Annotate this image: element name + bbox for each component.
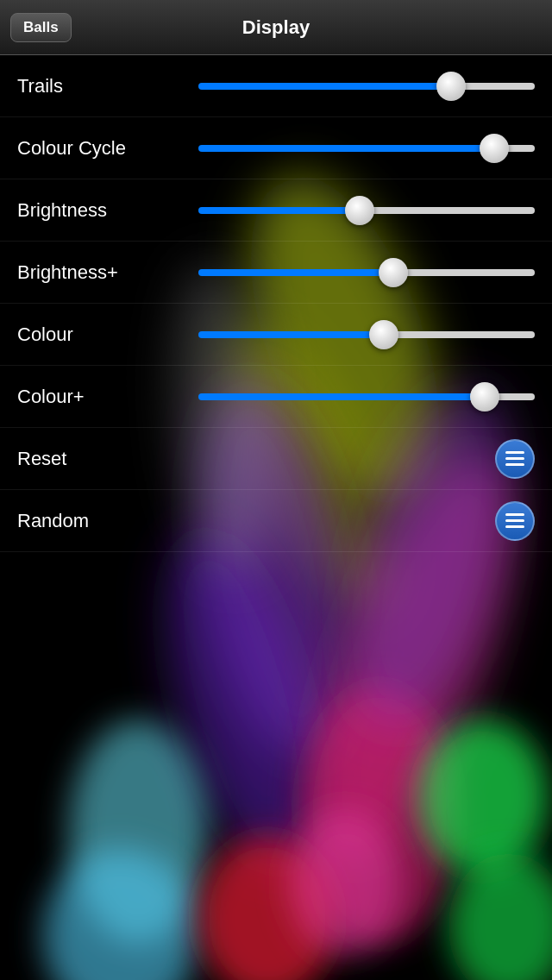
- slider-row-1: Colour Cycle: [0, 117, 552, 179]
- lines-icon-0: [505, 451, 524, 466]
- slider-container-5[interactable]: [198, 380, 535, 414]
- slider-thumb-1[interactable]: [480, 134, 509, 163]
- slider-label-4: Colour: [17, 324, 198, 346]
- slider-row-3: Brightness+: [0, 242, 552, 304]
- slider-label-3: Brightness+: [17, 261, 198, 284]
- slider-container-1[interactable]: [198, 131, 535, 166]
- slider-track-5[interactable]: [198, 393, 535, 400]
- slider-track-4[interactable]: [198, 331, 535, 338]
- slider-thumb-2[interactable]: [345, 196, 374, 225]
- slider-track-2[interactable]: [198, 207, 535, 214]
- slider-label-5: Colour+: [17, 386, 198, 408]
- slider-track-0[interactable]: [198, 83, 535, 90]
- svg-point-9: [448, 853, 552, 980]
- svg-point-8: [418, 719, 548, 875]
- slider-track-3[interactable]: [198, 269, 535, 276]
- slider-container-3[interactable]: [198, 255, 535, 290]
- slider-container-0[interactable]: [198, 69, 535, 104]
- svg-point-12: [289, 810, 401, 957]
- slider-thumb-0[interactable]: [436, 72, 466, 101]
- slider-label-2: Brightness: [17, 199, 198, 222]
- reset-button[interactable]: [495, 439, 535, 479]
- nav-bar: Balls Display: [0, 0, 552, 55]
- action-row-random: Random: [0, 490, 552, 552]
- content-area: TrailsColour CycleBrightnessBrightness+C…: [0, 55, 552, 980]
- action-label-1: Random: [17, 510, 495, 532]
- slider-container-4[interactable]: [198, 317, 535, 352]
- slider-container-2[interactable]: [198, 193, 535, 228]
- slider-row-0: Trails: [0, 55, 552, 117]
- slider-thumb-5[interactable]: [470, 382, 499, 411]
- slider-track-1[interactable]: [198, 145, 535, 152]
- slider-label-0: Trails: [17, 75, 198, 97]
- slider-thumb-3[interactable]: [379, 258, 408, 287]
- slider-label-1: Colour Cycle: [17, 137, 198, 160]
- back-button[interactable]: Balls: [10, 13, 72, 42]
- action-row-reset: Reset: [0, 428, 552, 490]
- slider-row-4: Colour: [0, 304, 552, 366]
- random-button[interactable]: [495, 501, 535, 541]
- action-label-0: Reset: [17, 448, 495, 470]
- settings-list: TrailsColour CycleBrightnessBrightness+C…: [0, 55, 552, 552]
- slider-row-5: Colour+: [0, 366, 552, 428]
- lines-icon-1: [505, 513, 524, 528]
- slider-row-2: Brightness: [0, 179, 552, 242]
- slider-thumb-4[interactable]: [369, 320, 398, 349]
- page-title: Display: [242, 16, 310, 39]
